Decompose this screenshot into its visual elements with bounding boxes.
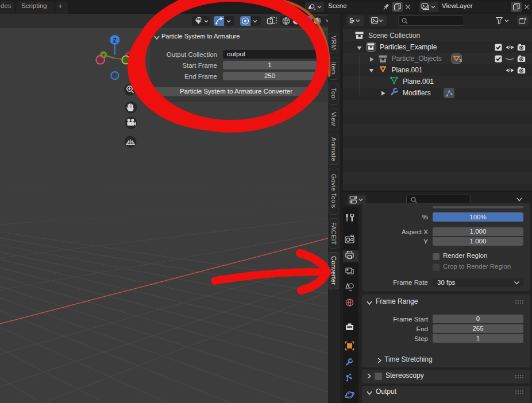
svg-text:3: 3 [460,58,462,63]
svg-text:Z: Z [113,37,117,44]
